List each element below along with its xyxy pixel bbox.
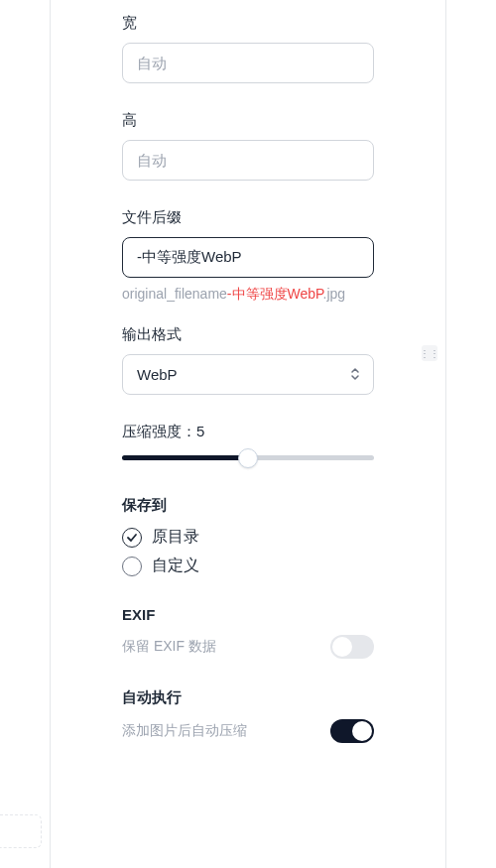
radio-checked-icon <box>122 528 142 548</box>
drag-handle-icon[interactable]: ⋮⋮ <box>422 345 437 361</box>
format-select[interactable]: WebP <box>122 354 374 395</box>
radio-original-dir[interactable]: 原目录 <box>122 527 374 548</box>
compression-label: 压缩强度：5 <box>122 423 374 441</box>
exif-title: EXIF <box>122 606 374 623</box>
suffix-hint: original_filename-中等强度WebP.jpg <box>122 286 374 304</box>
radio-label: 原目录 <box>152 527 199 548</box>
width-input[interactable] <box>122 43 374 83</box>
height-label: 高 <box>122 111 374 130</box>
radio-label: 自定义 <box>152 556 199 576</box>
save-title: 保存到 <box>122 496 374 515</box>
drop-area-edge <box>0 814 42 848</box>
auto-toggle[interactable] <box>330 719 374 743</box>
exif-toggle[interactable] <box>330 635 374 659</box>
auto-title: 自动执行 <box>122 688 374 707</box>
height-input[interactable] <box>122 140 374 181</box>
chevron-updown-icon <box>350 367 360 383</box>
radio-unchecked-icon <box>122 557 142 576</box>
suffix-input[interactable] <box>122 237 374 278</box>
format-label: 输出格式 <box>122 325 374 344</box>
suffix-label: 文件后缀 <box>122 208 374 227</box>
auto-desc: 添加图片后自动压缩 <box>122 722 247 740</box>
radio-custom-dir[interactable]: 自定义 <box>122 556 374 576</box>
exif-desc: 保留 EXIF 数据 <box>122 638 216 656</box>
slider-thumb[interactable] <box>238 448 258 468</box>
compression-slider[interactable] <box>122 455 374 460</box>
width-label: 宽 <box>122 14 374 33</box>
